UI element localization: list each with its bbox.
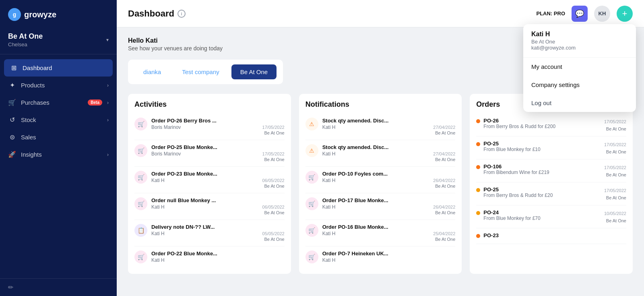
list-item[interactable]: 📋 Delivery note DN-?? LW... Kati H 05/05… — [134, 220, 285, 246]
venue-name: Be At One — [8, 32, 43, 41]
feed-sub: Boris Marinov 17/05/2022 Be At One — [151, 124, 285, 136]
order-venue: Be At One — [606, 149, 626, 154]
feed-user: Kati H — [151, 257, 165, 263]
list-item[interactable]: ⚠ Stock qty amended. Disc... Kati H 27/0… — [305, 140, 456, 167]
order-id: PO-25 — [483, 186, 601, 193]
order-date: 17/05/2022 — [604, 165, 626, 170]
feed-date: 17/05/2022 — [262, 151, 285, 156]
feed-title: Order PO-7 Heineken UK... — [322, 250, 403, 257]
feed-user: Boris Marinov — [151, 151, 181, 162]
order-content: PO-24 From Blue Monkey for £70 — [483, 209, 601, 221]
venue-section[interactable]: Be At One Chelsea ▾ — [0, 27, 117, 54]
feed-icon: 🛒 — [134, 171, 147, 184]
info-icon[interactable]: i — [178, 10, 186, 18]
feed-icon: 🛒 — [305, 250, 318, 263]
list-item[interactable]: 🛒 Order null Blue Monkey ... Kati H 06/0… — [134, 193, 285, 220]
feed-venue: Be At One — [264, 157, 285, 162]
feed-content: Order PO-17 Blue Monke... Kati H 26/04/2… — [322, 197, 456, 215]
list-item[interactable]: PO-106 From Bibendum Wine for £219 17/05… — [476, 159, 626, 182]
feed-icon: 📋 — [134, 224, 147, 237]
sidebar-item-label: Dashboard — [23, 64, 107, 71]
list-item[interactable]: 🛒 Order PO-7 Heineken UK... Kati H — [305, 246, 456, 267]
feed-content: Order PO-25 Blue Monke... Boris Marinov … — [151, 144, 285, 162]
feed-venue: Be At One — [435, 210, 455, 215]
order-id: PO-25 — [483, 141, 601, 147]
header-right: PLAN: PRO 💬 KH + — [536, 6, 633, 22]
user-dropdown: Kati H Be At One kati@growyze.com My acc… — [523, 24, 636, 112]
tab-be-at-one[interactable]: Be At One — [231, 64, 277, 79]
feed-venue: Be At One — [264, 210, 285, 215]
order-date: 10/05/2022 — [604, 211, 626, 216]
add-button[interactable]: + — [617, 6, 633, 22]
insights-chevron-icon: › — [107, 152, 109, 157]
list-item[interactable]: PO-26 From Berry Bros & Rudd for £200 17… — [476, 114, 626, 137]
beta-badge: Beta — [88, 99, 102, 106]
sidebar-item-sales[interactable]: ⊜ Sales — [0, 128, 117, 146]
order-date: 17/05/2022 — [604, 188, 626, 193]
messages-button[interactable]: 💬 — [572, 6, 588, 22]
dropdown-logout[interactable]: Log out — [523, 94, 636, 112]
dropdown-company-settings[interactable]: Company settings — [523, 76, 636, 94]
logo-text: growyze — [24, 10, 56, 19]
sidebar-item-purchases[interactable]: 🛒 Purchases Beta › — [0, 94, 117, 111]
sidebar-item-insights[interactable]: 🚀 Insights › — [0, 146, 117, 163]
list-item[interactable]: 🛒 Order PO-23 Blue Monke... Kati H 06/05… — [134, 167, 285, 193]
list-item[interactable]: 🛒 Order PO-26 Berry Bros ... Boris Marin… — [134, 114, 285, 140]
feed-date: 06/05/2022 — [262, 178, 285, 183]
orders-card: Orders PO-26 From Berry Bros & Rudd for … — [470, 94, 633, 274]
venue-selector[interactable]: Be At One Chelsea ▾ — [8, 32, 109, 48]
feed-title: Order PO-25 Blue Monke... — [151, 144, 232, 150]
order-status-dot — [476, 119, 480, 123]
feed-date: 26/04/2022 — [433, 205, 455, 209]
logo-section: g growyze — [0, 0, 117, 27]
list-item[interactable]: 🛒 Order PO-10 Foyles com... Kati H 26/04… — [305, 167, 456, 193]
list-item[interactable]: 🛒 Order PO-17 Blue Monke... Kati H 26/04… — [305, 193, 456, 220]
list-item[interactable]: PO-25 From Berry Bros & Rudd for £20 17/… — [476, 182, 626, 205]
dropdown-username: Kati H — [531, 31, 628, 38]
order-venue: Be At One — [606, 172, 626, 177]
feed-venue: Be At One — [264, 184, 285, 188]
sidebar-item-dashboard[interactable]: ⊞ Dashboard — [4, 59, 113, 77]
feed-venue: Be At One — [435, 157, 455, 162]
tab-test-company[interactable]: Test company — [173, 64, 228, 79]
list-item[interactable]: PO-23 — [476, 228, 626, 244]
feed-content: Delivery note DN-?? LW... Kati H 05/05/2… — [151, 224, 285, 242]
venue-chevron-icon: ▾ — [106, 37, 109, 43]
feed-user: Kati H — [322, 124, 336, 136]
avatar-button[interactable]: KH — [594, 6, 610, 22]
feed-title: Order null Blue Monkey ... — [151, 197, 232, 203]
list-item[interactable]: PO-25 From Blue Monkey for £10 17/05/202… — [476, 137, 626, 159]
logo-icon: g — [8, 8, 21, 21]
list-item[interactable]: PO-24 From Blue Monkey for £70 10/05/202… — [476, 205, 626, 228]
feed-user: Kati H — [322, 231, 336, 242]
order-meta: 17/05/2022 Be At One — [604, 141, 626, 155]
dropdown-my-account[interactable]: My account — [523, 58, 636, 76]
list-item[interactable]: 🛒 Order PO-22 Blue Monke... Kati H — [134, 246, 285, 267]
feed-user: Boris Marinov — [151, 124, 181, 136]
feed-sub: Kati H — [151, 257, 285, 263]
feed-user: Kati H — [151, 178, 165, 189]
sidebar-item-products[interactable]: ✦ Products › — [0, 77, 117, 94]
feed-content: Order PO-26 Berry Bros ... Boris Marinov… — [151, 118, 285, 136]
feed-title: Order PO-22 Blue Monke... — [151, 250, 232, 257]
order-id: PO-106 — [483, 164, 601, 170]
feed-date: 05/05/2022 — [262, 231, 285, 236]
list-item[interactable]: 🛒 Order PO-25 Blue Monke... Boris Marino… — [134, 140, 285, 167]
feed-title: Delivery note DN-?? LW... — [151, 224, 232, 230]
edit-icon[interactable]: ✏ — [8, 284, 13, 291]
header-title-area: Dashboard i — [128, 8, 186, 19]
feed-venue: Be At One — [264, 130, 285, 135]
feed-title: Order PO-17 Blue Monke... — [322, 197, 403, 203]
feed-content: Order PO-16 Blue Monke... Kati H 25/04/2… — [322, 224, 456, 242]
tab-dianka[interactable]: dianka — [134, 64, 170, 79]
list-item[interactable]: 🛒 Order PO-16 Blue Monke... Kati H 25/04… — [305, 220, 456, 246]
sidebar-item-stock[interactable]: ↺ Stock › — [0, 111, 117, 128]
sidebar-bottom[interactable]: ✏ — [0, 278, 117, 296]
list-item[interactable]: ⚠ Stock qty amended. Disc... Kati H 27/0… — [305, 114, 456, 140]
feed-icon: 🛒 — [134, 250, 147, 263]
order-desc: From Berry Bros & Rudd for £20 — [483, 193, 601, 198]
order-content: PO-25 From Blue Monkey for £10 — [483, 141, 601, 152]
notifications-title: Notifications — [305, 100, 456, 109]
activities-title: Activities — [134, 100, 285, 109]
order-meta: 10/05/2022 Be At One — [604, 209, 626, 224]
